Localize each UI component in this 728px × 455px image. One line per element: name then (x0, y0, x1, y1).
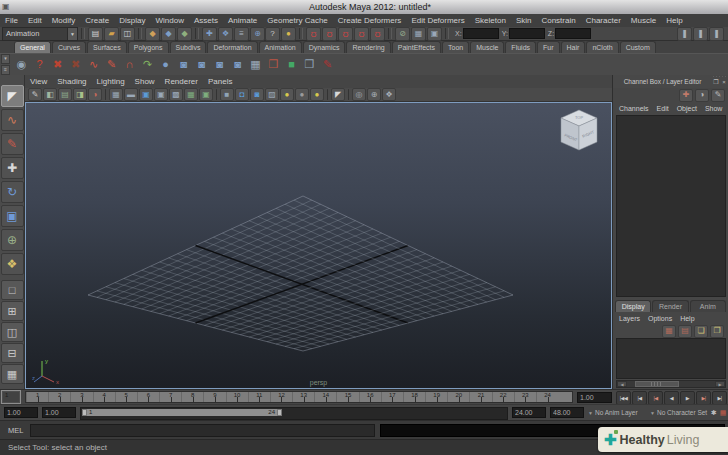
channel-box-menu-show[interactable]: Show (701, 105, 727, 112)
shelf-tab-toon[interactable]: Toon (442, 41, 469, 53)
xray-icon[interactable]: ⊕ (367, 88, 381, 101)
status-separator[interactable] (138, 28, 142, 39)
scroll-left-icon[interactable]: ◀ (617, 381, 627, 387)
universal-manipulator-tool[interactable]: ⊕ (1, 229, 24, 251)
shelf-pencil-curve-icon[interactable]: ✎ (103, 56, 120, 73)
layer-menu-layers[interactable]: Layers (615, 315, 644, 322)
shelf-asset-cube-icon[interactable]: ■ (283, 56, 300, 73)
perspective-view[interactable]: TOP FRONT RIGHT y x z persp (25, 102, 612, 389)
combine-selection-icon[interactable]: ⊕ (250, 27, 265, 41)
construction-history-icon[interactable]: ⊘ (395, 27, 410, 41)
shelf-tab-animation[interactable]: Animation (259, 41, 302, 53)
toolbar-separator[interactable] (327, 89, 328, 100)
panel-menu-show[interactable]: Show (130, 76, 160, 88)
shelf-asset-cubes-icon[interactable]: ❒ (301, 56, 318, 73)
panel-menu-panels[interactable]: Panels (203, 76, 237, 88)
shelf-tab-general[interactable]: General (14, 41, 51, 53)
timeline-frame[interactable]: 18 (403, 392, 425, 402)
status-separator[interactable] (81, 28, 85, 39)
open-scene-icon[interactable]: ▰ (104, 27, 119, 41)
persp-graph-layout-button[interactable]: ⊟ (1, 343, 24, 363)
mel-input-field[interactable] (30, 424, 375, 437)
toggle-channel-box-icon[interactable]: ❚ (709, 27, 724, 41)
layer-tab-anim[interactable]: Anim (690, 300, 726, 312)
ipr-render-icon[interactable]: ▣ (427, 27, 442, 41)
snap-to-grids-icon[interactable]: Ω (306, 27, 321, 41)
xray-joints-icon[interactable]: ❖ (382, 88, 396, 101)
isolate-select-icon[interactable]: ◎ (352, 88, 366, 101)
shelf-tab-rendering[interactable]: Rendering (346, 41, 390, 53)
timeline-frame[interactable]: 1 (26, 392, 48, 402)
chevron-down-icon[interactable]: ▼ (67, 28, 77, 40)
render-current-frame-icon[interactable]: ▦ (411, 27, 426, 41)
select-tool[interactable]: ◤ (1, 85, 24, 107)
layer-sort-icon[interactable]: ▤ (678, 325, 692, 338)
layer-menu-help[interactable]: Help (676, 315, 698, 322)
timeline-frame[interactable]: 3 (70, 392, 92, 402)
channel-box-header[interactable]: Channel Box / Layer Editor ❐ × (613, 75, 728, 88)
menu-window[interactable]: Window (151, 15, 189, 27)
toggle-attribute-editor-icon[interactable]: ❚ (677, 27, 692, 41)
status-separator[interactable] (445, 28, 449, 39)
scrollbar-track[interactable] (627, 381, 715, 387)
timeline-frame[interactable]: 10 (226, 392, 248, 402)
paint-select-tool[interactable]: ✎ (1, 133, 24, 155)
step-forward-key-button[interactable]: ▶| (696, 391, 711, 405)
scrollbar-thumb[interactable] (635, 381, 679, 387)
move-tool[interactable]: ✚ (1, 157, 24, 179)
scroll-right-icon[interactable]: ▶ (715, 381, 725, 387)
go-to-start-button[interactable]: |◀◀ (616, 391, 631, 405)
menu-animate[interactable]: Animate (223, 15, 262, 27)
menu-edit-deformers[interactable]: Edit Deformers (406, 15, 469, 27)
timeline-frame[interactable]: 5 (115, 392, 137, 402)
timeline-frame[interactable]: 11 (248, 392, 270, 402)
create-empty-layer-icon[interactable]: ❏ (694, 325, 708, 338)
toolbar-separator[interactable] (348, 89, 349, 100)
timeline-frame[interactable]: 13 (292, 392, 314, 402)
menu-skin[interactable]: Skin (511, 15, 537, 27)
menu-muscle[interactable]: Muscle (626, 15, 661, 27)
channel-box-menu-channels[interactable]: Channels (615, 105, 653, 112)
current-frame-marker[interactable]: 1 (2, 391, 20, 403)
menu-help[interactable]: Help (661, 15, 687, 27)
grease-pencil-icon[interactable]: ✎ (28, 88, 42, 101)
timeline-frame[interactable]: 22 (492, 392, 514, 402)
timeline-frame[interactable]: 20 (447, 392, 469, 402)
shelf-arc-icon[interactable]: ∩ (121, 56, 138, 73)
bookmark-icon[interactable]: ▤ (58, 88, 72, 101)
close-panel-icon[interactable]: × (720, 78, 728, 86)
lasso-select-tool[interactable]: ∿ (1, 109, 24, 131)
menu-character[interactable]: Character (581, 15, 626, 27)
snap-to-curves-icon[interactable]: Ω (322, 27, 337, 41)
two-sided-lighting-icon[interactable]: ◑ (88, 88, 102, 101)
shelf-sphere-icon[interactable]: ◉ (13, 56, 30, 73)
shelf-snap-hook-icon[interactable]: ↷ (139, 56, 156, 73)
four-pane-layout-button[interactable]: ⊞ (1, 301, 24, 321)
use-default-material-icon[interactable]: ▨ (265, 88, 279, 101)
menu-create[interactable]: Create (80, 15, 114, 27)
step-back-key-button[interactable]: |◀ (648, 391, 663, 405)
shelf-brush-icon[interactable]: ✎ (319, 56, 336, 73)
shelf-tab-hair[interactable]: Hair (561, 41, 586, 53)
rotate-tool[interactable]: ↻ (1, 181, 24, 203)
menu-edit[interactable]: Edit (23, 15, 47, 27)
snap-to-points-icon[interactable]: Ω (338, 27, 353, 41)
panel-menu-renderer[interactable]: Renderer (160, 76, 203, 88)
shaded-mode-icon[interactable]: ■ (220, 88, 234, 101)
layer-tab-display[interactable]: Display (615, 300, 651, 312)
camera-settings-icon[interactable]: ◧ (43, 88, 57, 101)
view-cube[interactable]: TOP FRONT RIGHT (557, 107, 601, 157)
float-panel-icon[interactable]: ❐ (712, 78, 720, 86)
toggle-tool-settings-icon[interactable]: ❚ (693, 27, 708, 41)
timeline-frame[interactable]: 6 (137, 392, 159, 402)
speed-toggle-icon[interactable]: ◑ (695, 89, 709, 102)
playback-end-field[interactable] (512, 407, 546, 418)
wireframe-on-shaded-icon[interactable]: ◘ (235, 88, 249, 101)
hypergraph-layout-button[interactable]: ▦ (1, 364, 24, 384)
menu-file[interactable]: File (0, 15, 23, 27)
default-lighting-icon[interactable]: ● (280, 88, 294, 101)
make-live-icon[interactable]: Ω (370, 27, 385, 41)
image-plane-icon[interactable]: ◨ (73, 88, 87, 101)
no-lighting-icon[interactable]: ● (295, 88, 309, 101)
channel-box-menu-edit[interactable]: Edit (653, 105, 673, 112)
